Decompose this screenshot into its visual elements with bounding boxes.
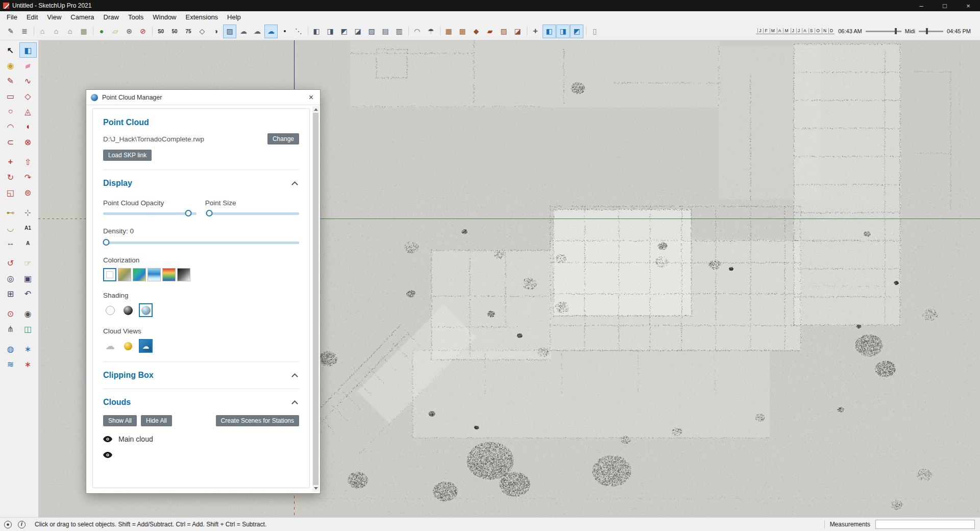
measurements-input[interactable] <box>875 520 975 529</box>
colorize-elevation-swatch[interactable] <box>162 268 176 281</box>
shadow-time-slider[interactable] <box>866 28 901 34</box>
menu-view[interactable]: View <box>42 12 66 22</box>
push-pull-tool-icon[interactable]: ⇧ <box>19 154 37 170</box>
scan-layers-tool-icon[interactable]: ≋ <box>2 356 19 372</box>
polyline-icon[interactable]: ⋱ <box>292 25 305 38</box>
scan-locate-tool-icon[interactable]: ◍ <box>2 341 19 356</box>
arc-tool-icon[interactable]: ◠ <box>2 119 19 134</box>
intersect-tool-icon[interactable]: ⊗ <box>19 134 37 150</box>
menu-draw[interactable]: Draw <box>99 12 124 22</box>
orbit-tool-icon[interactable]: ↺ <box>2 255 19 271</box>
month-label[interactable]: M <box>770 28 775 33</box>
box-style-3-icon[interactable]: ◩ <box>337 25 351 38</box>
point-size-slider-handle[interactable] <box>206 210 213 216</box>
colorize-texture-swatch[interactable] <box>118 268 131 281</box>
dimension-tool-icon[interactable]: ↔ <box>2 235 19 251</box>
scroll-up-icon[interactable] <box>314 108 318 111</box>
text-tool-icon[interactable]: A1 <box>19 220 37 235</box>
collapse-display-icon[interactable] <box>291 181 298 188</box>
cloud-view-panel-option[interactable]: ☁ <box>139 339 153 353</box>
opacity-slider[interactable] <box>103 210 197 217</box>
point-icon[interactable]: • <box>278 25 291 38</box>
close-button[interactable]: × <box>957 0 980 11</box>
sandbox-3-icon[interactable]: ◆ <box>470 25 483 38</box>
menu-tools[interactable]: Tools <box>124 12 148 22</box>
shadow-date-slider[interactable] <box>919 28 943 34</box>
menu-help[interactable]: Help <box>223 12 246 22</box>
dome-icon[interactable]: ◠ <box>410 25 424 38</box>
hide-all-button[interactable]: Hide All <box>141 415 172 426</box>
menu-window[interactable]: Window <box>148 12 181 22</box>
line-tool-icon[interactable]: ✎ <box>2 73 19 88</box>
make-component-icon[interactable]: ◉ <box>2 58 19 73</box>
pan-tool-icon[interactable]: ☞ <box>19 255 37 271</box>
rotate-tool-icon[interactable]: ↻ <box>2 170 19 185</box>
house-icon[interactable]: ⌂ <box>36 25 49 38</box>
polygon-tool-icon[interactable]: ◬ <box>19 104 37 119</box>
density-75-icon[interactable]: 75 <box>182 25 195 38</box>
house-alt-icon[interactable]: ⌂ <box>63 25 77 38</box>
pie-tool-icon[interactable]: ◖ <box>19 119 37 134</box>
menu-extensions[interactable]: Extensions <box>181 12 223 22</box>
page-icon[interactable]: ▯ <box>588 25 601 38</box>
geolocation-icon[interactable] <box>4 521 12 528</box>
schedule-icon[interactable]: ▦ <box>77 25 90 38</box>
select-tool-icon[interactable]: ↖ <box>2 42 19 58</box>
month-label[interactable]: J <box>791 28 794 33</box>
month-label[interactable]: J <box>757 28 761 33</box>
show-all-button[interactable]: Show All <box>103 415 137 426</box>
scroll-down-icon[interactable] <box>314 487 318 490</box>
colorize-rgb-swatch[interactable] <box>133 268 146 281</box>
zoom-window-tool-icon[interactable]: ▣ <box>19 271 37 286</box>
month-label[interactable]: S <box>808 28 813 33</box>
eraser-tool-icon[interactable]: ▰ <box>19 58 37 73</box>
box-style-1-icon[interactable]: ◧ <box>310 25 323 38</box>
box-style-5-icon[interactable]: ▧ <box>365 25 378 38</box>
month-label[interactable]: A <box>802 28 806 33</box>
zoom-tool-icon[interactable]: ◎ <box>2 271 19 286</box>
scan-cube-3-icon[interactable]: ◩ <box>570 25 583 38</box>
move-tool-icon[interactable]: + <box>2 154 19 170</box>
month-label[interactable]: D <box>828 28 833 33</box>
visibility-eye-icon[interactable] <box>103 436 112 442</box>
date-slider-thumb[interactable] <box>926 28 928 34</box>
axes-tool-icon[interactable]: ⊹ <box>19 205 37 220</box>
month-label[interactable]: M <box>783 28 788 33</box>
density-slider-handle[interactable] <box>103 239 109 246</box>
cloud-download-icon[interactable]: ☁ <box>237 25 250 38</box>
sandbox-1-icon[interactable]: ▦ <box>442 25 455 38</box>
colorize-intensity-gray-swatch[interactable] <box>177 268 190 281</box>
section-plane-tool-icon[interactable]: ◫ <box>19 321 37 336</box>
folder-icon[interactable]: ▱ <box>109 25 122 38</box>
gear-icon[interactable]: ⊛ <box>122 25 136 38</box>
time-slider-thumb[interactable] <box>895 28 897 34</box>
collapse-clipping-icon[interactable] <box>291 373 298 380</box>
dialog-titlebar[interactable]: Point Cloud Manager × <box>86 90 320 105</box>
maximize-button[interactable]: □ <box>933 0 957 11</box>
opacity-slider-handle[interactable] <box>185 210 191 216</box>
sandbox-5-icon[interactable]: ▨ <box>497 25 510 38</box>
change-button[interactable]: Change <box>267 133 299 144</box>
hatch-icon[interactable]: ▨ <box>223 25 236 38</box>
tape-measure-tool-icon[interactable]: ⊷ <box>2 205 19 220</box>
cloud-view-sphere-option[interactable] <box>121 339 135 353</box>
menu-file[interactable]: File <box>2 12 22 22</box>
umbrella-icon[interactable]: ☂ <box>424 25 437 38</box>
sandbox-6-icon[interactable]: ◪ <box>511 25 524 38</box>
month-label[interactable]: O <box>815 28 820 33</box>
create-scenes-button[interactable]: Create Scenes for Stations <box>216 415 299 426</box>
follow-me-tool-icon[interactable]: ↷ <box>19 170 37 185</box>
box-style-4-icon[interactable]: ◪ <box>351 25 364 38</box>
scan-classify-tool-icon[interactable]: ∗ <box>19 356 37 372</box>
cloud-sync-icon[interactable]: ☁ <box>264 25 278 38</box>
pencil-icon[interactable]: ✎ <box>4 25 17 38</box>
load-skp-link-button[interactable]: Load SKP link <box>103 150 152 161</box>
dialog-scrollbar[interactable] <box>312 106 319 492</box>
visibility-eye-icon[interactable] <box>103 452 112 458</box>
sandbox-2-icon[interactable]: ▩ <box>456 25 469 38</box>
colorize-intensity-blue-swatch[interactable] <box>148 268 161 281</box>
offset-2-tool-icon[interactable]: ⊚ <box>19 185 37 200</box>
box-style-6-icon[interactable]: ▤ <box>379 25 392 38</box>
position-camera-tool-icon[interactable]: ⊙ <box>2 306 19 321</box>
walk-tool-icon[interactable]: ⋔ <box>2 321 19 336</box>
